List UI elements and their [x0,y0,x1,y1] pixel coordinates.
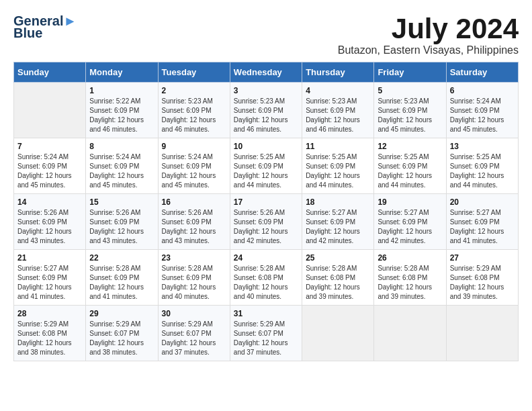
day-number: 7 [17,142,82,151]
day-number: 27 [450,253,515,263]
day-info: Sunrise: 5:27 AM Sunset: 6:09 PM Dayligh… [450,208,515,246]
header-day-sunday: Sunday [14,62,86,83]
day-number: 15 [89,197,154,207]
day-number: 11 [306,142,370,151]
day-number: 16 [162,197,226,207]
day-cell [14,83,86,138]
day-number: 22 [89,253,154,263]
day-cell [302,306,374,361]
day-number: 30 [162,309,226,318]
day-info: Sunrise: 5:28 AM Sunset: 6:08 PM Dayligh… [378,264,442,302]
day-number: 14 [17,197,82,207]
day-cell: 14Sunrise: 5:26 AM Sunset: 6:09 PM Dayli… [14,194,86,250]
day-number: 2 [162,86,226,95]
title-section: July 2024 Butazon, Eastern Visayas, Phil… [338,13,519,56]
day-info: Sunrise: 5:29 AM Sunset: 6:07 PM Dayligh… [162,320,226,357]
day-number: 28 [17,309,82,318]
day-number: 5 [378,86,442,95]
day-cell: 20Sunrise: 5:27 AM Sunset: 6:09 PM Dayli… [446,194,518,250]
day-info: Sunrise: 5:25 AM Sunset: 6:09 PM Dayligh… [234,152,298,190]
day-info: Sunrise: 5:26 AM Sunset: 6:09 PM Dayligh… [89,208,154,246]
day-number: 6 [450,86,515,95]
day-cell: 27Sunrise: 5:29 AM Sunset: 6:08 PM Dayli… [446,250,518,306]
day-info: Sunrise: 5:28 AM Sunset: 6:09 PM Dayligh… [89,264,154,302]
week-row-5: 28Sunrise: 5:29 AM Sunset: 6:08 PM Dayli… [14,306,519,361]
day-info: Sunrise: 5:29 AM Sunset: 6:07 PM Dayligh… [234,320,298,357]
day-cell: 10Sunrise: 5:25 AM Sunset: 6:09 PM Dayli… [230,138,302,194]
day-cell: 7Sunrise: 5:24 AM Sunset: 6:09 PM Daylig… [14,138,86,194]
header-day-tuesday: Tuesday [158,62,230,83]
day-info: Sunrise: 5:27 AM Sunset: 6:09 PM Dayligh… [306,208,370,246]
day-info: Sunrise: 5:29 AM Sunset: 6:08 PM Dayligh… [17,320,82,357]
header-day-monday: Monday [86,62,158,83]
day-cell: 23Sunrise: 5:28 AM Sunset: 6:09 PM Dayli… [158,250,230,306]
day-number: 8 [89,142,154,151]
day-number: 1 [89,86,154,95]
day-cell: 22Sunrise: 5:28 AM Sunset: 6:09 PM Dayli… [86,250,158,306]
day-cell: 31Sunrise: 5:29 AM Sunset: 6:07 PM Dayli… [230,306,302,361]
day-info: Sunrise: 5:22 AM Sunset: 6:09 PM Dayligh… [89,97,154,134]
day-cell [374,306,446,361]
header-row: SundayMondayTuesdayWednesdayThursdayFrid… [14,62,519,83]
day-number: 25 [306,253,370,263]
day-number: 19 [378,197,442,207]
day-info: Sunrise: 5:25 AM Sunset: 6:09 PM Dayligh… [306,152,370,190]
day-number: 12 [378,142,442,151]
day-info: Sunrise: 5:25 AM Sunset: 6:09 PM Dayligh… [378,152,442,190]
header-day-friday: Friday [374,62,446,83]
day-number: 31 [234,309,298,318]
day-info: Sunrise: 5:23 AM Sunset: 6:09 PM Dayligh… [162,97,226,134]
day-number: 26 [378,253,442,263]
day-info: Sunrise: 5:24 AM Sunset: 6:09 PM Dayligh… [17,152,82,190]
calendar-table: SundayMondayTuesdayWednesdayThursdayFrid… [13,62,519,361]
day-cell: 24Sunrise: 5:28 AM Sunset: 6:08 PM Dayli… [230,250,302,306]
day-cell: 5Sunrise: 5:23 AM Sunset: 6:09 PM Daylig… [374,83,446,138]
day-info: Sunrise: 5:28 AM Sunset: 6:08 PM Dayligh… [306,264,370,302]
location-title: Butazon, Eastern Visayas, Philippines [338,44,519,56]
page-header: General► Blue July 2024 Butazon, Eastern… [13,13,519,56]
month-title: July 2024 [338,13,519,44]
day-cell: 13Sunrise: 5:25 AM Sunset: 6:09 PM Dayli… [446,138,518,194]
header-day-wednesday: Wednesday [230,62,302,83]
day-cell: 15Sunrise: 5:26 AM Sunset: 6:09 PM Dayli… [86,194,158,250]
day-info: Sunrise: 5:25 AM Sunset: 6:09 PM Dayligh… [450,152,515,190]
day-number: 3 [234,86,298,95]
day-info: Sunrise: 5:27 AM Sunset: 6:09 PM Dayligh… [17,264,82,302]
day-number: 4 [306,86,370,95]
day-cell: 1Sunrise: 5:22 AM Sunset: 6:09 PM Daylig… [86,83,158,138]
day-cell: 8Sunrise: 5:24 AM Sunset: 6:09 PM Daylig… [86,138,158,194]
day-info: Sunrise: 5:23 AM Sunset: 6:09 PM Dayligh… [378,97,442,134]
day-cell: 18Sunrise: 5:27 AM Sunset: 6:09 PM Dayli… [302,194,374,250]
day-cell: 30Sunrise: 5:29 AM Sunset: 6:07 PM Dayli… [158,306,230,361]
header-day-thursday: Thursday [302,62,374,83]
day-cell: 2Sunrise: 5:23 AM Sunset: 6:09 PM Daylig… [158,83,230,138]
day-info: Sunrise: 5:27 AM Sunset: 6:09 PM Dayligh… [378,208,442,246]
day-cell: 11Sunrise: 5:25 AM Sunset: 6:09 PM Dayli… [302,138,374,194]
day-info: Sunrise: 5:26 AM Sunset: 6:09 PM Dayligh… [234,208,298,246]
day-number: 20 [450,197,515,207]
day-cell: 17Sunrise: 5:26 AM Sunset: 6:09 PM Dayli… [230,194,302,250]
day-cell: 29Sunrise: 5:29 AM Sunset: 6:07 PM Dayli… [86,306,158,361]
day-number: 21 [17,253,82,263]
day-info: Sunrise: 5:28 AM Sunset: 6:08 PM Dayligh… [234,264,298,302]
logo: General► Blue [13,13,77,41]
day-info: Sunrise: 5:23 AM Sunset: 6:09 PM Dayligh… [306,97,370,134]
day-info: Sunrise: 5:26 AM Sunset: 6:09 PM Dayligh… [162,208,226,246]
day-info: Sunrise: 5:24 AM Sunset: 6:09 PM Dayligh… [450,97,515,134]
day-cell: 16Sunrise: 5:26 AM Sunset: 6:09 PM Dayli… [158,194,230,250]
week-row-1: 1Sunrise: 5:22 AM Sunset: 6:09 PM Daylig… [14,83,519,138]
week-row-2: 7Sunrise: 5:24 AM Sunset: 6:09 PM Daylig… [14,138,519,194]
day-cell: 4Sunrise: 5:23 AM Sunset: 6:09 PM Daylig… [302,83,374,138]
day-info: Sunrise: 5:28 AM Sunset: 6:09 PM Dayligh… [162,264,226,302]
week-row-4: 21Sunrise: 5:27 AM Sunset: 6:09 PM Dayli… [14,250,519,306]
day-number: 10 [234,142,298,151]
header-day-saturday: Saturday [446,62,518,83]
day-cell: 3Sunrise: 5:23 AM Sunset: 6:09 PM Daylig… [230,83,302,138]
day-info: Sunrise: 5:24 AM Sunset: 6:09 PM Dayligh… [162,152,226,190]
day-cell: 6Sunrise: 5:24 AM Sunset: 6:09 PM Daylig… [446,83,518,138]
day-number: 29 [89,309,154,318]
day-cell: 28Sunrise: 5:29 AM Sunset: 6:08 PM Dayli… [14,306,86,361]
day-cell: 19Sunrise: 5:27 AM Sunset: 6:09 PM Dayli… [374,194,446,250]
week-row-3: 14Sunrise: 5:26 AM Sunset: 6:09 PM Dayli… [14,194,519,250]
day-cell [446,306,518,361]
